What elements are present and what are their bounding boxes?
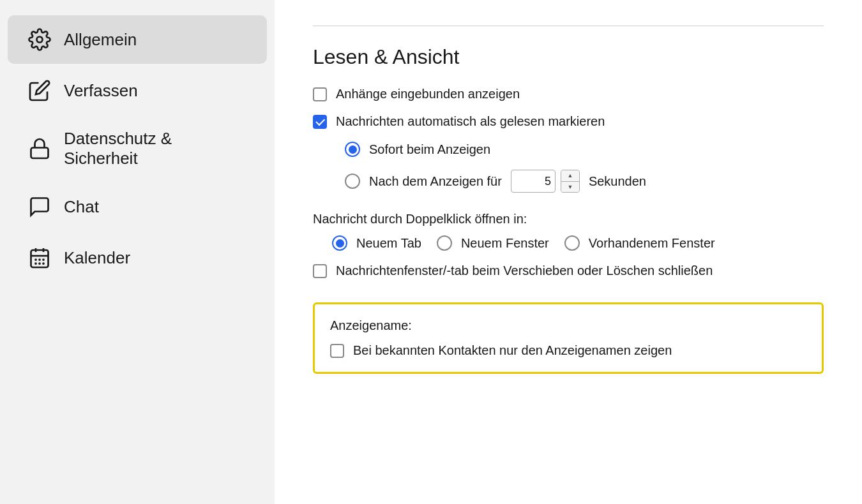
section-title: Lesen & Ansicht	[313, 45, 824, 69]
bekannte-row: Bei bekannten Kontakten nur den Anzeigen…	[330, 343, 806, 358]
spinbox-input[interactable]: 5	[511, 170, 556, 193]
nachrichtenfenster-label: Nachrichtenfenster/-tab beim Verschieben…	[336, 263, 713, 278]
top-divider	[313, 26, 824, 26]
svg-point-0	[37, 37, 43, 43]
sidebar-item-verfassen[interactable]: Verfassen	[8, 66, 267, 115]
vorhandenem-label: Vorhandenem Fenster	[589, 236, 715, 251]
svg-rect-1	[31, 148, 49, 159]
lock-icon	[27, 136, 52, 161]
sidebar-item-allgemein[interactable]: Allgemein	[8, 15, 267, 64]
sidebar-item-kalender[interactable]: Kalender	[8, 233, 267, 282]
doppelklick-radio-group: Neuem Tab Neuem Fenster Vorhandenem Fens…	[332, 235, 824, 251]
neuem-fenster-label: Neuem Fenster	[461, 236, 549, 251]
neuem-tab-row: Neuem Tab	[332, 235, 421, 251]
nachrichten-label: Nachrichten automatisch als gelesen mark…	[336, 114, 605, 129]
anzeigename-box: Anzeigename: Bei bekannten Kontakten nur…	[313, 302, 824, 374]
nachrichten-row: Nachrichten automatisch als gelesen mark…	[313, 114, 824, 129]
doppelklick-title: Nachricht durch Doppelklick öffnen in:	[313, 212, 824, 226]
sidebar-item-chat[interactable]: Chat	[8, 182, 267, 231]
neuem-fenster-radio[interactable]	[437, 235, 452, 251]
sidebar: Allgemein Verfassen Datenschutz & Sicher…	[0, 0, 275, 504]
nachrichtenfenster-row: Nachrichtenfenster/-tab beim Verschieben…	[313, 263, 824, 278]
spinbox-buttons: ▲ ▼	[561, 170, 580, 193]
sidebar-item-kalender-label: Kalender	[64, 248, 130, 268]
sidebar-item-datenschutz-label: Datenschutz & Sicherheit	[64, 129, 248, 168]
chat-icon	[27, 194, 52, 219]
sidebar-item-chat-label: Chat	[64, 197, 99, 217]
neuem-tab-radio[interactable]	[332, 235, 347, 251]
nach-dem-radio[interactable]	[345, 174, 360, 189]
spinbox: 5 ▲ ▼	[511, 170, 580, 193]
spinbox-down-button[interactable]: ▼	[561, 182, 579, 193]
nach-dem-row: Nach dem Anzeigen für 5 ▲ ▼ Sekunden	[345, 170, 824, 193]
neuem-fenster-row: Neuem Fenster	[437, 235, 549, 251]
doppelklick-group: Nachricht durch Doppelklick öffnen in: N…	[313, 212, 824, 251]
main-content: Lesen & Ansicht Anhänge eingebunden anze…	[275, 0, 862, 504]
nachrichten-checkbox[interactable]	[313, 115, 327, 129]
vorhandenem-row: Vorhandenem Fenster	[564, 235, 715, 251]
neuem-tab-label: Neuem Tab	[356, 236, 421, 251]
sidebar-item-verfassen-label: Verfassen	[64, 81, 138, 101]
sofort-row: Sofort beim Anzeigen	[345, 142, 824, 157]
pencil-icon	[27, 78, 52, 103]
bekannte-checkbox[interactable]	[330, 344, 344, 358]
sidebar-item-datenschutz[interactable]: Datenschutz & Sicherheit	[8, 117, 267, 180]
bekannte-label: Bei bekannten Kontakten nur den Anzeigen…	[353, 343, 672, 358]
spinbox-up-button[interactable]: ▲	[561, 170, 579, 182]
sidebar-item-allgemein-label: Allgemein	[64, 30, 137, 50]
gear-icon	[27, 27, 52, 52]
nachrichtenfenster-checkbox[interactable]	[313, 264, 327, 278]
calendar-icon	[27, 245, 52, 271]
settings-group: Anhänge eingebunden anzeigen Nachrichten…	[313, 87, 824, 374]
sofort-label: Sofort beim Anzeigen	[369, 142, 490, 157]
vorhandenem-radio[interactable]	[564, 235, 580, 251]
sofort-radio[interactable]	[345, 142, 360, 157]
anhaenge-row: Anhänge eingebunden anzeigen	[313, 87, 824, 101]
nach-dem-label: Nach dem Anzeigen für	[369, 174, 502, 189]
anhaenge-checkbox[interactable]	[313, 87, 327, 101]
anhaenge-label: Anhänge eingebunden anzeigen	[336, 87, 520, 101]
sekunden-label: Sekunden	[589, 174, 646, 189]
anzeigename-title: Anzeigename:	[330, 318, 806, 333]
